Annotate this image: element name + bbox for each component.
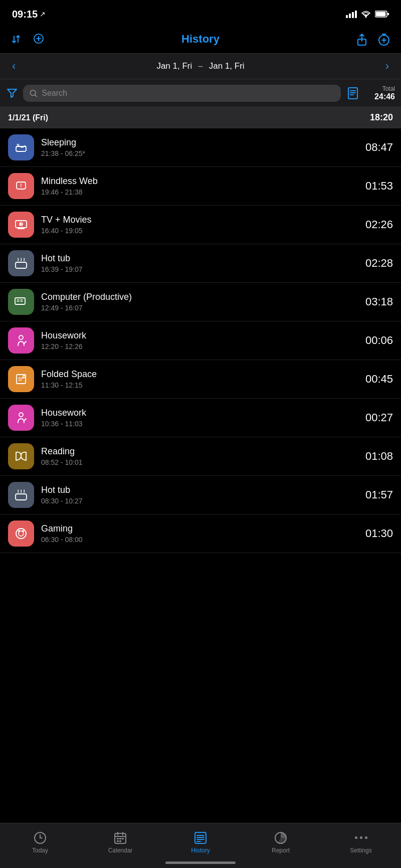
activity-duration: 08:47: [365, 141, 393, 154]
sort-icon[interactable]: [10, 32, 24, 46]
activity-name: Reading: [41, 446, 359, 457]
svg-line-46: [24, 419, 26, 421]
activity-duration: 02:28: [365, 257, 393, 270]
activity-details: Folded Space 11:30 - 12:15: [41, 369, 359, 389]
activity-time-range: 21:38 - 06:25*: [41, 149, 359, 157]
activity-details: Gaming 06:30 - 08:00: [41, 524, 359, 544]
zoom-icon[interactable]: [32, 32, 46, 46]
tab-history[interactable]: History: [180, 831, 221, 854]
activity-icon: [8, 443, 34, 469]
activity-icon: [8, 405, 34, 431]
log-icon[interactable]: [346, 86, 360, 100]
tab-settings-label: Settings: [350, 847, 371, 854]
activity-icon-svg: [14, 295, 28, 309]
add-timer-icon[interactable]: [377, 32, 391, 46]
activity-time-range: 19:46 - 21:38: [41, 188, 359, 196]
activity-details: Mindless Web 19:46 - 21:38: [41, 176, 359, 196]
activity-details: Computer (Productive) 12:49 - 16:07: [41, 292, 359, 312]
time-display: 09:15: [12, 9, 38, 20]
search-bar: Total 24:46: [0, 79, 401, 107]
list-item[interactable]: Housework 12:20 - 12:26 00:06: [0, 321, 401, 360]
list-item[interactable]: Hot tub 16:39 - 19:07 02:28: [0, 244, 401, 283]
settings-dot-2: [360, 836, 362, 839]
svg-rect-61: [122, 838, 124, 839]
tab-settings[interactable]: Settings: [341, 831, 381, 854]
prev-date-arrow[interactable]: ‹: [8, 60, 20, 73]
search-input-wrapper[interactable]: [23, 85, 341, 102]
activity-icon: [8, 289, 34, 315]
location-icon: ↗: [40, 10, 46, 18]
activity-duration: 01:08: [365, 450, 393, 463]
activity-details: TV + Movies 16:40 - 19:05: [41, 215, 359, 235]
activity-time-range: 16:40 - 19:05: [41, 227, 359, 235]
tab-calendar[interactable]: Calendar: [100, 831, 140, 854]
svg-point-37: [19, 335, 23, 339]
activity-list: Sleeping 21:38 - 06:25* 08:47 f Mindless…: [0, 128, 401, 553]
signal-bars: [346, 11, 357, 18]
activity-time-range: 06:30 - 08:00: [41, 536, 359, 544]
svg-line-38: [24, 341, 26, 343]
total-value: 24:46: [374, 92, 395, 101]
activity-time-range: 10:36 - 11:03: [41, 420, 359, 428]
activity-name: Housework: [41, 408, 359, 418]
activity-icon-svg: [14, 333, 28, 348]
activity-duration: 00:06: [365, 334, 393, 347]
list-item[interactable]: Hot tub 08:30 - 10:27 01:57: [0, 476, 401, 514]
activity-time-range: 12:20 - 12:26: [41, 342, 359, 351]
tab-history-label: History: [191, 847, 210, 854]
svg-point-0: [365, 16, 367, 18]
activity-icon: f: [8, 173, 34, 199]
activity-details: Hot tub 08:30 - 10:27: [41, 485, 359, 505]
activity-duration: 01:53: [365, 180, 393, 193]
list-item[interactable]: Sleeping 21:38 - 06:25* 08:47: [0, 128, 401, 167]
activity-icon-svg: [14, 256, 28, 270]
activity-name: Folded Space: [41, 369, 359, 380]
start-date: Jan 1, Fri: [156, 61, 192, 71]
end-date: Jan 1, Fri: [209, 61, 245, 71]
list-item[interactable]: Folded Space 11:30 - 12:15 00:45: [0, 360, 401, 399]
search-input[interactable]: [42, 89, 335, 98]
tab-report-label: Report: [272, 847, 290, 854]
activity-icon-svg: [14, 218, 28, 232]
nav-right-icons: [355, 32, 391, 46]
filter-icon[interactable]: [6, 87, 18, 99]
list-item[interactable]: TV + Movies 16:40 - 19:05 02:26: [0, 206, 401, 244]
svg-rect-3: [387, 13, 389, 16]
activity-time-range: 08:30 - 10:27: [41, 497, 359, 505]
activity-icon: [8, 366, 34, 392]
svg-point-51: [22, 530, 24, 532]
svg-rect-47: [16, 494, 27, 500]
share-icon[interactable]: [355, 32, 369, 46]
list-item[interactable]: f Mindless Web 19:46 - 21:38 01:53: [0, 167, 401, 206]
svg-marker-16: [8, 89, 17, 97]
svg-point-48: [16, 529, 26, 539]
activity-name: Mindless Web: [41, 176, 359, 187]
activity-details: Hot tub 16:39 - 19:07: [41, 253, 359, 273]
home-indicator: [165, 861, 236, 864]
date-range-bar: ‹ Jan 1, Fri – Jan 1, Fri ›: [0, 53, 401, 79]
tab-report[interactable]: Report: [261, 831, 301, 854]
svg-rect-59: [117, 838, 119, 839]
list-item[interactable]: Computer (Productive) 12:49 - 16:07 03:1…: [0, 283, 401, 321]
list-item[interactable]: Reading 08:52 - 10:01 01:08: [0, 437, 401, 476]
list-item[interactable]: Housework 10:36 - 11:03 00:27: [0, 399, 401, 437]
svg-rect-2: [376, 12, 386, 17]
activity-details: Housework 10:36 - 11:03: [41, 408, 359, 428]
activity-icon-svg: [14, 449, 28, 463]
tab-today[interactable]: Today: [20, 831, 60, 854]
today-icon: [33, 831, 47, 845]
date-range-text: Jan 1, Fri – Jan 1, Fri: [156, 61, 244, 71]
svg-text:f: f: [21, 183, 22, 189]
activity-icon: [8, 134, 34, 160]
list-item[interactable]: Gaming 06:30 - 08:00 01:30: [0, 514, 401, 553]
activity-icon-svg: [14, 488, 28, 502]
activity-name: Housework: [41, 330, 359, 341]
day-date: 1/1/21 (Fri): [8, 113, 48, 122]
svg-rect-60: [119, 838, 121, 839]
svg-rect-32: [15, 298, 25, 304]
next-date-arrow[interactable]: ›: [381, 60, 393, 73]
total-time: Total 24:46: [365, 85, 395, 101]
activity-icon: [8, 250, 34, 276]
tab-calendar-label: Calendar: [108, 847, 133, 854]
activity-name: Hot tub: [41, 253, 359, 264]
